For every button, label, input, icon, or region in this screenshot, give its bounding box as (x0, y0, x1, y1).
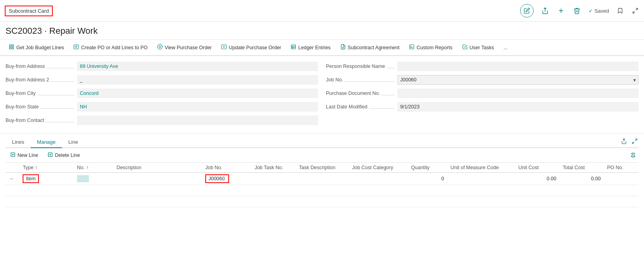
quantity-cell[interactable]: 0 (408, 173, 447, 185)
get-job-budget-lines-button[interactable]: Get Job Budget Lines (4, 42, 69, 53)
more-button[interactable]: ... (499, 43, 512, 52)
top-bar: Subcontract Card ✓ Saved (0, 0, 644, 22)
buy-from-city-row: Buy-from City (6, 88, 318, 99)
view-purchase-order-button[interactable]: View Purchase Order (152, 42, 217, 53)
new-line-button[interactable]: New Line (6, 151, 43, 160)
lines-expand-button[interactable] (631, 137, 638, 145)
th-job-task-no: Job Task No. (251, 163, 296, 173)
form-right-col: Person Responsible Name Job No. J00060 ▾… (326, 61, 638, 128)
lines-pin-button[interactable] (629, 152, 637, 159)
new-line-icon (10, 152, 15, 158)
person-responsible-input[interactable] (397, 62, 638, 71)
purchase-doc-no-label: Purchase Document No. (326, 91, 382, 96)
table-row-empty-2 (6, 196, 638, 207)
create-po-button[interactable]: Create PO or Add Lines to PO (69, 42, 152, 53)
page-title: SC20023 · Repair Work (0, 22, 644, 40)
svg-line-27 (635, 139, 637, 141)
svg-point-14 (159, 46, 161, 48)
th-description: Description (113, 163, 202, 173)
ledger-entries-button[interactable]: Ledger Entries (286, 42, 335, 53)
th-po-no: PO No. (604, 163, 638, 173)
person-responsible-label: Person Responsible Name (326, 64, 387, 69)
svg-line-3 (636, 8, 638, 10)
buy-from-address-input[interactable] (77, 62, 318, 71)
form-left-col: Buy-from Address Buy-from Address 2 Buy-… (6, 61, 318, 128)
delete-line-button[interactable]: Delete Line (43, 151, 85, 160)
po-no-cell[interactable] (604, 173, 638, 185)
user-tasks-icon (462, 44, 468, 51)
table-header-row: Type ↑ No. ↑ Description Job No. Job Tas… (6, 163, 638, 173)
add-button[interactable] (557, 6, 565, 15)
custom-reports-icon (409, 44, 415, 51)
task-description-cell[interactable] (296, 173, 349, 185)
buy-from-city-input[interactable] (77, 89, 318, 98)
job-no-select[interactable]: J00060 (397, 75, 638, 85)
buy-from-state-label: Buy-from State (6, 104, 40, 110)
row-arrow: → (6, 173, 19, 185)
get-job-budget-lines-icon (9, 44, 14, 51)
buy-from-address2-label: Buy-from Address 2 (6, 77, 51, 83)
svg-point-13 (158, 44, 162, 49)
unit-cost-cell[interactable]: 0.00 (515, 173, 559, 185)
table-row-empty-1 (6, 185, 638, 196)
bookmark-button[interactable] (616, 6, 624, 15)
buy-from-address2-input[interactable] (77, 75, 318, 85)
last-date-modified-label: Last Date Modified (326, 104, 369, 110)
action-bar: Get Job Budget Lines Create PO or Add Li… (0, 40, 644, 56)
lines-share-button[interactable] (620, 137, 628, 145)
type-cell[interactable]: Item (19, 173, 74, 185)
update-purchase-order-icon (221, 44, 227, 51)
form-area: Buy-from Address Buy-from Address 2 Buy-… (0, 56, 644, 133)
saved-status: ✓ Saved (588, 8, 609, 14)
job-task-no-cell[interactable] (251, 173, 296, 185)
view-purchase-order-icon (157, 44, 163, 51)
th-type: Type ↑ (19, 163, 74, 173)
job-cost-category-cell[interactable] (349, 173, 408, 185)
svg-line-4 (633, 11, 635, 13)
subcontract-card-title: Subcontract Card (5, 6, 53, 16)
tab-lines[interactable]: Lines (6, 137, 31, 148)
th-unit-cost: Unit Cost (515, 163, 559, 173)
job-no-label: Job No. (326, 77, 345, 83)
job-no-row: Job No. J00060 ▾ (326, 74, 638, 85)
th-arrow (6, 163, 19, 173)
purchase-doc-no-input[interactable] (397, 89, 638, 98)
buy-from-contact-input[interactable] (77, 116, 318, 125)
lines-tabs: Lines Manage Line (6, 137, 638, 148)
svg-line-28 (632, 142, 634, 143)
uom-code-cell[interactable] (447, 173, 515, 185)
job-no-select-wrapper: J00060 ▾ (397, 75, 638, 85)
last-date-modified-row: Last Date Modified (326, 101, 638, 112)
buy-from-contact-label: Buy-from Contact (6, 118, 46, 123)
table-row: → Item J00060 0 0.00 0.00 (6, 173, 638, 185)
delete-button[interactable] (573, 6, 581, 15)
edit-button[interactable] (520, 4, 534, 17)
tab-line[interactable]: Line (62, 137, 85, 148)
tab-manage[interactable]: Manage (31, 137, 62, 148)
svg-rect-5 (10, 45, 11, 46)
buy-from-state-row: Buy-from State (6, 101, 318, 112)
last-date-modified-input[interactable] (397, 102, 638, 112)
expand-button[interactable] (631, 7, 639, 15)
delete-line-icon (48, 152, 53, 158)
th-job-cost-category: Job Cost Category (349, 163, 408, 173)
total-cost-cell[interactable]: 0.00 (559, 173, 604, 185)
top-bar-actions: ✓ Saved (520, 4, 639, 17)
svg-rect-6 (12, 45, 13, 46)
job-no-cell[interactable]: J00060 (202, 173, 251, 185)
lines-toolbar: New Line Delete Line (6, 148, 638, 163)
custom-reports-button[interactable]: Custom Reports (404, 42, 457, 53)
buy-from-state-input[interactable] (77, 102, 318, 112)
description-cell[interactable] (113, 173, 202, 185)
no-cell[interactable] (74, 173, 113, 185)
svg-rect-8 (12, 47, 13, 49)
th-total-cost: Total Cost (559, 163, 604, 173)
buy-from-contact-row: Buy-from Contact (6, 115, 318, 126)
update-purchase-order-button[interactable]: Update Purchase Order (216, 42, 286, 53)
subcontract-agreement-button[interactable]: Subcontract Agreement (335, 42, 405, 53)
lines-tab-right-actions (620, 137, 638, 147)
subcontract-agreement-icon (340, 44, 346, 51)
person-responsible-row: Person Responsible Name (326, 61, 638, 72)
share-button[interactable] (541, 6, 550, 15)
user-tasks-button[interactable]: User Tasks (457, 42, 499, 53)
